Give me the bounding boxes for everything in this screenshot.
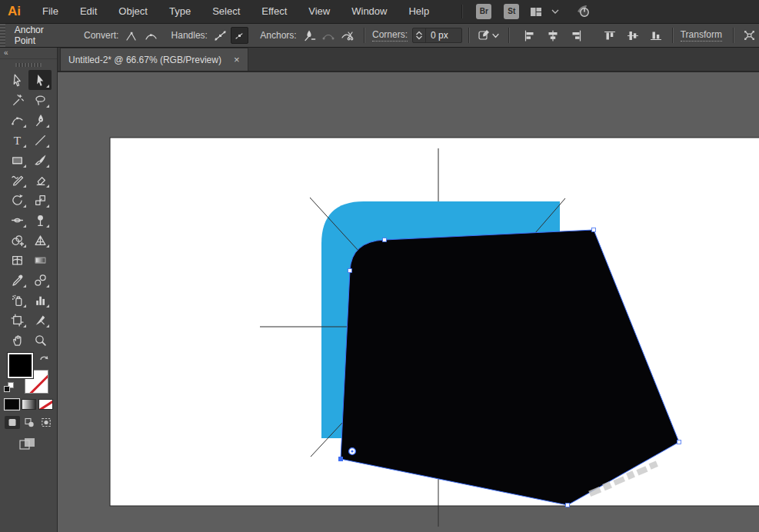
menu-help[interactable]: Help [398, 0, 440, 23]
type-tool[interactable]: T [5, 130, 28, 150]
hand-tool[interactable] [5, 330, 28, 350]
hide-handles-button[interactable] [231, 27, 248, 44]
panel-collapse-button[interactable]: « [0, 48, 57, 59]
eyedropper-tool[interactable] [5, 270, 28, 290]
fill-swatch-black[interactable] [8, 353, 33, 378]
corners-input[interactable] [426, 30, 461, 41]
convert-to-smooth-button[interactable] [141, 27, 159, 44]
eraser-tool[interactable] [28, 170, 52, 190]
pen-tool[interactable] [28, 110, 52, 130]
convert-to-corner-button[interactable] [122, 27, 140, 44]
controlbar-grip[interactable] [0, 24, 5, 47]
anchor-point[interactable] [383, 238, 387, 242]
document-area: Untitled-2* @ 66.67% (RGB/Preview) × [58, 48, 759, 532]
canvas-viewport[interactable] [58, 72, 759, 532]
shaper-tool[interactable] [5, 170, 28, 190]
menubar-right: Br St [454, 4, 596, 19]
gpu-performance-icon[interactable] [574, 4, 591, 19]
corners-link[interactable]: Corners: [372, 29, 408, 42]
puppet-warp-tool[interactable] [28, 210, 52, 230]
gradient-tool[interactable] [28, 250, 52, 270]
width-tool[interactable] [5, 210, 28, 230]
none-button[interactable] [38, 399, 53, 410]
menu-type[interactable]: Type [158, 0, 201, 23]
panel-grip[interactable] [15, 63, 42, 67]
direct-selection-tool[interactable] [28, 70, 52, 90]
document-tab[interactable]: Untitled-2* @ 66.67% (RGB/Preview) × [60, 48, 248, 71]
draw-inside-button[interactable] [38, 416, 54, 429]
curvature-tool[interactable] [5, 110, 28, 130]
anchor-point[interactable] [592, 228, 596, 232]
draw-normal-button[interactable] [5, 416, 20, 429]
menu-object[interactable]: Object [108, 0, 158, 23]
mesh-tool[interactable] [5, 250, 28, 270]
anchor-point[interactable] [348, 269, 352, 273]
line-segment-tool[interactable] [28, 130, 52, 150]
controlbar-divider [733, 28, 734, 43]
tab-strip: Untitled-2* @ 66.67% (RGB/Preview) × [58, 48, 759, 72]
control-bar: Anchor Point Convert: Handles: Anchors: … [0, 23, 759, 48]
anchors-label: Anchors: [260, 30, 296, 41]
workspace-switcher-icon[interactable] [530, 6, 542, 18]
swap-fill-stroke-icon[interactable] [38, 353, 50, 367]
document-tab-title: Untitled-2* @ 66.67% (RGB/Preview) [68, 55, 221, 65]
shape-builder-tool[interactable] [5, 230, 28, 250]
illustrator-window: Ai File Edit Object Type Select Effect V… [0, 0, 759, 532]
bridge-button[interactable]: Br [476, 4, 491, 19]
menu-edit[interactable]: Edit [69, 0, 108, 23]
gradient-button[interactable] [22, 399, 36, 410]
menu-effect[interactable]: Effect [251, 0, 298, 23]
lasso-tool[interactable] [28, 90, 52, 110]
selection-tool[interactable] [5, 70, 28, 90]
menu-file[interactable]: File [32, 0, 69, 23]
align-center-vertical-button[interactable] [624, 27, 642, 44]
scale-tool[interactable] [28, 190, 52, 210]
align-left-button[interactable] [521, 27, 539, 44]
illustrator-logo: Ai [0, 4, 32, 19]
tool-panel: « [0, 48, 58, 532]
controlbar-divider [672, 28, 673, 43]
screen-mode-button[interactable] [18, 436, 38, 456]
shape-options-button[interactable] [476, 27, 501, 44]
isolate-selected-object-button[interactable] [741, 27, 758, 44]
rectangle-tool[interactable] [5, 150, 28, 170]
blend-tool[interactable] [28, 270, 52, 290]
menu-bar: Ai File Edit Object Type Select Effect V… [0, 0, 759, 23]
align-bottom-button[interactable] [647, 27, 665, 44]
stock-button[interactable]: St [504, 4, 519, 19]
paintbrush-tool[interactable] [28, 150, 52, 170]
main-area: « [0, 48, 759, 532]
canvas-scene [58, 72, 759, 532]
corners-stepper[interactable] [413, 28, 426, 42]
slice-tool[interactable] [28, 310, 52, 330]
column-graph-tool[interactable] [28, 290, 52, 310]
close-tab-icon[interactable]: × [234, 55, 240, 65]
perspective-grid-tool[interactable] [28, 230, 52, 250]
menu-view[interactable]: View [298, 0, 341, 23]
zoom-tool[interactable] [28, 330, 52, 350]
convert-label: Convert: [84, 30, 118, 41]
transform-link[interactable]: Transform [681, 29, 722, 42]
remove-anchor-button[interactable] [301, 27, 318, 44]
color-button[interactable] [5, 399, 19, 410]
connect-endpoints-button[interactable] [320, 27, 338, 44]
align-top-button[interactable] [601, 27, 619, 44]
rotate-tool[interactable] [5, 190, 28, 210]
chevron-down-icon[interactable] [551, 8, 559, 15]
show-handles-button[interactable] [211, 27, 229, 44]
symbol-sprayer-tool[interactable] [5, 290, 28, 310]
anchor-point[interactable] [677, 441, 681, 444]
menu-select[interactable]: Select [201, 0, 251, 23]
align-right-button[interactable] [567, 27, 585, 44]
tools-grid: T [0, 70, 57, 350]
context-title: Anchor Point [10, 25, 73, 46]
live-corner-widget[interactable] [349, 448, 356, 455]
cut-path-button[interactable] [339, 27, 357, 44]
magic-wand-tool[interactable] [5, 90, 28, 110]
artboard-tool[interactable] [5, 310, 28, 330]
draw-behind-button[interactable] [22, 416, 37, 429]
menu-window[interactable]: Window [341, 0, 398, 23]
anchor-point-selected[interactable] [338, 457, 343, 461]
anchor-point[interactable] [566, 504, 570, 507]
align-center-horizontal-button[interactable] [544, 27, 562, 44]
